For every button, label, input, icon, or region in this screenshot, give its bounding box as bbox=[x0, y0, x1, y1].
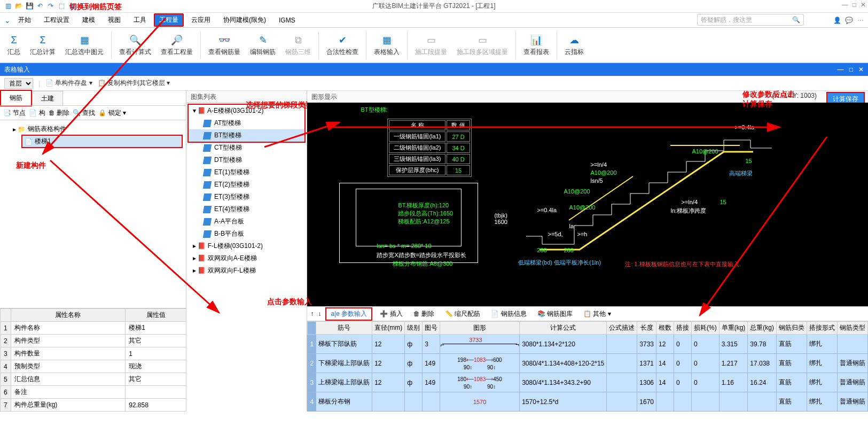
up-icon[interactable]: ↑ bbox=[310, 310, 314, 317]
floor-select[interactable]: 首层 bbox=[4, 78, 33, 89]
menu-igms[interactable]: IGMS bbox=[273, 14, 301, 26]
ribbon-view-rebar[interactable]: 👓查看钢筋量 bbox=[204, 33, 245, 58]
rebar-row-3[interactable]: 3 上梯梁端上部纵筋12ф149 180⟵1083⟶45090↕ 90↕ 308… bbox=[308, 373, 868, 392]
atlas-group-dfl[interactable]: ▸ 📕 双网双向F-L楼梯 bbox=[189, 265, 304, 277]
panel-minimize-icon[interactable]: — bbox=[838, 66, 844, 73]
search-icon[interactable]: 🔍 bbox=[792, 16, 800, 24]
atlas-et2[interactable]: ET(2)型楼梯 bbox=[189, 179, 304, 191]
delete-button[interactable]: 🗑 删除 bbox=[410, 308, 437, 320]
ribbon-summary[interactable]: Σ汇总 bbox=[3, 33, 25, 58]
tree-item-stair1[interactable]: 📄 楼梯1 bbox=[21, 135, 183, 148]
col-tw: 总重(kg) bbox=[748, 322, 777, 335]
save-component-button[interactable]: 📄 单构件存盘 ▾ bbox=[45, 79, 92, 88]
node-button[interactable]: 📑 节点 bbox=[3, 108, 26, 118]
dia-low-beam: 低端梯梁(bd) 低端平板净长(1ln) bbox=[518, 259, 601, 267]
ribbon-table-input[interactable]: ▦表格输入 bbox=[370, 33, 404, 58]
new-icon[interactable]: ▥ bbox=[3, 1, 13, 11]
comp-button[interactable]: 📄 构 bbox=[29, 108, 45, 118]
redo-icon[interactable]: ↷ bbox=[46, 1, 56, 11]
menu-quantity[interactable]: 工程量 bbox=[154, 13, 184, 27]
lock-button[interactable]: 🔒 锁定 ▾ bbox=[98, 108, 126, 118]
chat-icon[interactable]: 💬 bbox=[845, 17, 853, 24]
col-lap: 搭接 bbox=[674, 322, 691, 335]
dia-15-2: 15 bbox=[720, 199, 726, 205]
rebar-lib-button[interactable]: 📚 钢筋图库 bbox=[534, 308, 576, 320]
stair-icon bbox=[203, 218, 212, 226]
help-search-input[interactable]: 答疑解惑，搜这里 🔍 bbox=[697, 14, 804, 26]
panel-maximize-icon[interactable]: □ bbox=[849, 66, 853, 73]
rebar-info-button[interactable]: 📄 钢筋信息 bbox=[488, 308, 529, 320]
dia-title: BT型楼梯: bbox=[361, 106, 387, 114]
atlas-at[interactable]: AT型楼梯 bbox=[189, 117, 304, 129]
atlas-group-dae[interactable]: ▸ 📕 双网双向A-E楼梯 bbox=[189, 252, 304, 265]
window-title: 广联达BIM土建计量平台 GTJ2021 - [工程1] bbox=[372, 2, 495, 11]
ribbon-edit-rebar[interactable]: ✎编辑钢筋 bbox=[246, 33, 280, 58]
atlas-et1[interactable]: ET(1)型楼梯 bbox=[189, 166, 304, 179]
scale-button[interactable]: 📏 缩尺配筋 bbox=[442, 308, 483, 320]
dia-280-1: 280 bbox=[537, 247, 546, 253]
col-uw: 单重(kg) bbox=[719, 322, 748, 335]
open-icon[interactable]: 📂 bbox=[14, 1, 24, 11]
rebar-row-1[interactable]: 1 梯板下部纵筋12ф3 3733⌐¬ 3080*1.134+2*1203733… bbox=[308, 335, 868, 354]
atlas-aa[interactable]: A-A平台板 bbox=[189, 215, 304, 228]
stair-icon bbox=[203, 181, 212, 189]
ribbon-view-quantity[interactable]: 🔎查看工程量 bbox=[157, 33, 197, 58]
copy-floor-button[interactable]: 📋 复制构件到其它楼层 ▾ bbox=[98, 79, 170, 88]
undo-icon[interactable]: ↶ bbox=[35, 1, 45, 11]
atlas-ct[interactable]: CT型楼梯 bbox=[189, 142, 304, 154]
tab-civil[interactable]: 土建 bbox=[32, 91, 63, 106]
down-icon[interactable]: ↓ bbox=[318, 310, 321, 317]
dia-d04-2: >=0.4la bbox=[734, 124, 754, 130]
atlas-bb[interactable]: B-B平台板 bbox=[189, 228, 304, 240]
dia-high-beam: 高端梯梁 bbox=[729, 169, 753, 177]
delete-button[interactable]: 🗑 删除 bbox=[49, 108, 69, 118]
menu-collab[interactable]: 协同建模(限免) bbox=[218, 13, 271, 27]
minimize-icon[interactable]: — bbox=[842, 1, 848, 9]
app-menu-icon[interactable]: ⌄ bbox=[4, 16, 11, 25]
stair-icon bbox=[203, 193, 212, 201]
menu-cloud[interactable]: 云应用 bbox=[186, 13, 216, 27]
param-input-button[interactable]: a|e 参数输入 bbox=[325, 307, 372, 321]
ribbon-summary-selected[interactable]: ▦汇总选中图元 bbox=[61, 33, 108, 58]
menu-tools[interactable]: 工具 bbox=[128, 13, 152, 27]
left-tabs: 钢筋 土建 切换到钢筋页签 bbox=[0, 91, 186, 106]
col-cnt: 根数 bbox=[656, 322, 674, 335]
other-button[interactable]: 📋 其他 ▾ bbox=[580, 308, 614, 320]
atlas-group-fl[interactable]: ▸ 📕 F-L楼梯(03G101-2) bbox=[189, 240, 304, 252]
rebar-row-2[interactable]: 2 下梯梁端上部纵筋12ф149 198⟵1083⟶60090↕ 90↕ 308… bbox=[308, 354, 868, 373]
ribbon-rebar-3d: ⧉钢筋三维 bbox=[281, 33, 315, 58]
ribbon-summary-calc[interactable]: Σ汇总计算 bbox=[26, 33, 60, 58]
prop-value[interactable]: 楼梯1 bbox=[126, 322, 186, 335]
ribbon-cloud-index[interactable]: ☁云指标 bbox=[560, 33, 588, 58]
rebar-table[interactable]: 筋号 直径(mm) 级别 图号 图形 计算公式 公式描述 长度 根数 搭接 损耗… bbox=[307, 321, 868, 412]
tab-rebar[interactable]: 钢筋 bbox=[0, 90, 32, 106]
find-button[interactable]: 🔍 查找 bbox=[73, 108, 95, 118]
atlas-et3[interactable]: ET(3)型楼梯 bbox=[189, 191, 304, 203]
panel-close-icon[interactable]: ✕ bbox=[858, 66, 864, 73]
save-icon[interactable]: 💾 bbox=[25, 1, 34, 11]
maximize-icon[interactable]: □ bbox=[853, 1, 856, 9]
ribbon: Σ汇总 Σ汇总计算 ▦汇总选中图元 🔍查看计算式 🔎查看工程量 👓查看钢筋量 ✎… bbox=[0, 28, 868, 63]
col-formula: 计算公式 bbox=[520, 322, 607, 335]
atlas-bt[interactable]: BT型楼梯 bbox=[189, 129, 304, 142]
component-tree[interactable]: ▸ 📁 钢筋表格构件 📄 楼梯1 新建构件 bbox=[0, 120, 186, 308]
atlas-et4[interactable]: ET(4)型楼梯 bbox=[189, 203, 304, 215]
dia-tbjk: (tbjk) 1600 bbox=[494, 212, 507, 225]
insert-button[interactable]: ➕ 插入 bbox=[377, 308, 405, 320]
atlas-dt[interactable]: DT型楼梯 bbox=[189, 154, 304, 166]
ribbon-validity[interactable]: ✔合法性检查 bbox=[322, 33, 363, 58]
menu-project-settings[interactable]: 工程设置 bbox=[38, 13, 75, 27]
menu-modeling[interactable]: 建模 bbox=[77, 13, 100, 27]
tree-root[interactable]: ▸ 📁 钢筋表格构件 bbox=[11, 123, 183, 135]
more-icon[interactable]: ⋯ bbox=[857, 17, 864, 24]
region-icon[interactable]: ⬚ bbox=[57, 1, 66, 11]
user-icon[interactable]: 👤 bbox=[833, 17, 841, 24]
canvas[interactable]: BT型楼梯: 名 称数 值 一级钢筋锚固(la1)27 D 二级钢筋锚固(la2… bbox=[307, 103, 868, 306]
menu-view[interactable]: 视图 bbox=[103, 13, 126, 27]
menu-start[interactable]: 开始 bbox=[13, 13, 36, 27]
close-icon[interactable]: ✕ bbox=[861, 1, 866, 9]
atlas-list[interactable]: ▾ 📕 A-E楼梯(03G101-2) AT型楼梯 BT型楼梯 CT型楼梯 DT… bbox=[186, 103, 307, 412]
ribbon-report[interactable]: 📊查看报表 bbox=[519, 33, 553, 58]
ribbon-view-formula[interactable]: 🔍查看计算式 bbox=[115, 33, 155, 58]
rebar-row-4[interactable]: 4 梯板分布钢 1570 1570+12.5*d1670直筋绑扎普通钢筋 bbox=[308, 392, 868, 412]
